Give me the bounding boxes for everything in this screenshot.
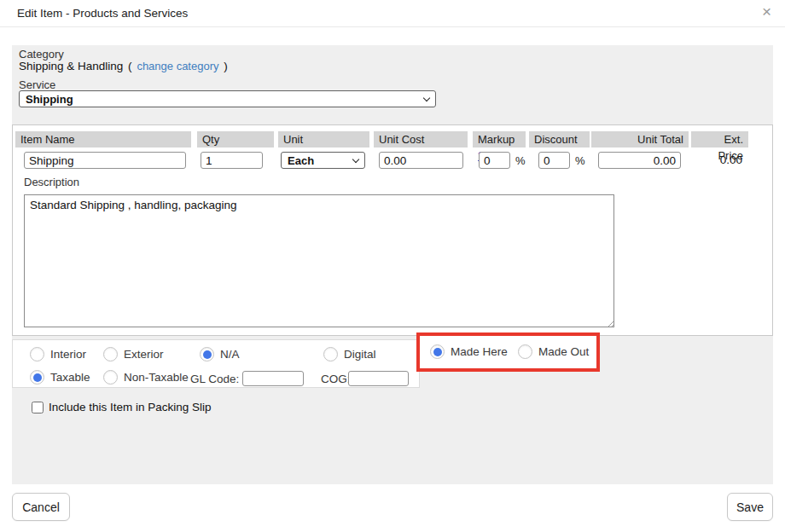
paren-close: ) [224, 60, 228, 72]
radio-circle-icon [30, 370, 44, 385]
packing-slip-checkbox[interactable] [32, 402, 44, 413]
col-header-item-name: Item Name [15, 131, 191, 147]
service-label: Service [19, 78, 55, 91]
paren-open: ( [128, 60, 132, 72]
radio-label: Made Out [538, 345, 589, 358]
item-table: Item Name Qty Unit Unit Cost Markup ? Di… [12, 124, 773, 336]
category-label: Category [19, 48, 64, 61]
item-name-input[interactable] [24, 152, 186, 169]
close-icon[interactable]: × [762, 3, 771, 21]
description-textarea[interactable]: Standard Shipping , handling, packaging [24, 194, 614, 327]
col-header-unit: Unit [278, 131, 369, 147]
radio-digital[interactable]: Digital [323, 347, 376, 361]
change-category-link[interactable]: change category [137, 60, 218, 72]
edit-item-dialog: { "dialog": { "title": "Edit Item - Prod… [0, 0, 785, 532]
title-separator [0, 26, 785, 27]
radio-circle-icon [103, 347, 118, 361]
radio-taxable[interactable]: Taxable [30, 370, 90, 385]
dialog-title: Edit Item - Products and Services [17, 7, 188, 20]
markup-percent-sign: % [515, 154, 526, 167]
col-header-markup: Markup ? [473, 131, 526, 147]
radio-made-out[interactable]: Made Out [518, 344, 589, 359]
unit-select[interactable]: Each [281, 152, 365, 169]
radio-circle-icon [200, 347, 214, 361]
unit-select-value: Each [288, 154, 314, 167]
radio-label: Taxable [50, 371, 90, 384]
radio-made-here[interactable]: Made Here [430, 344, 508, 359]
radio-interior[interactable]: Interior [30, 347, 86, 361]
chevron-down-icon [423, 94, 430, 101]
radio-label: N/A [220, 348, 240, 361]
radio-label: Interior [50, 348, 86, 361]
markup-input[interactable] [479, 152, 510, 169]
col-header-unit-total: Unit Total [591, 131, 689, 147]
unit-total-input[interactable] [598, 152, 681, 169]
radio-label: Digital [344, 348, 376, 361]
category-value: Shipping & Handling [19, 60, 123, 72]
radio-label: Non-Taxable [124, 371, 189, 384]
gl-code-input[interactable] [242, 371, 304, 386]
cancel-button[interactable]: Cancel [12, 493, 70, 521]
cog-input[interactable] [348, 371, 409, 386]
radio-circle-icon [323, 347, 338, 361]
qty-input[interactable] [201, 152, 263, 169]
category-value-line: Shipping & Handling ( change category ) [19, 60, 230, 72]
save-button[interactable]: Save [727, 493, 773, 521]
dialog-body-panel: Category Shipping & Handling ( change ca… [12, 45, 773, 484]
ext-price-value: 0.00 [691, 153, 742, 166]
col-header-unit-cost: Unit Cost [374, 131, 468, 147]
radio-circle-icon [30, 347, 44, 361]
radio-circle-icon [518, 344, 532, 359]
service-select-value: Shipping [26, 93, 73, 106]
col-header-ext-price: Ext. Price [691, 131, 748, 147]
cog-label: COG: [321, 373, 351, 385]
radio-circle-icon [103, 370, 118, 385]
unit-cost-input[interactable] [379, 152, 463, 169]
discount-input[interactable] [538, 152, 570, 169]
radio-label: Made Here [451, 345, 508, 358]
gl-code-label: GL Code: [190, 373, 239, 385]
discount-percent-sign: % [575, 154, 585, 167]
packing-slip-row[interactable]: Include this Item in Packing Slip [32, 401, 212, 413]
chevron-down-icon [352, 155, 359, 162]
options-block: Interior Exterior N/A Digital Taxable No… [12, 339, 420, 388]
markup-header-text: Markup [478, 133, 515, 146]
made-here-out-highlight: Made Here Made Out [416, 332, 600, 372]
radio-label: Exterior [124, 348, 164, 361]
radio-non-taxable[interactable]: Non-Taxable [103, 370, 189, 385]
radio-exterior[interactable]: Exterior [103, 347, 164, 361]
description-label: Description [24, 176, 79, 188]
packing-slip-label: Include this Item in Packing Slip [49, 401, 212, 413]
col-header-qty: Qty [197, 131, 274, 147]
radio-na[interactable]: N/A [200, 347, 240, 361]
col-header-discount: Discount [529, 131, 590, 147]
service-select[interactable]: Shipping [19, 90, 436, 107]
radio-circle-icon [430, 344, 445, 359]
